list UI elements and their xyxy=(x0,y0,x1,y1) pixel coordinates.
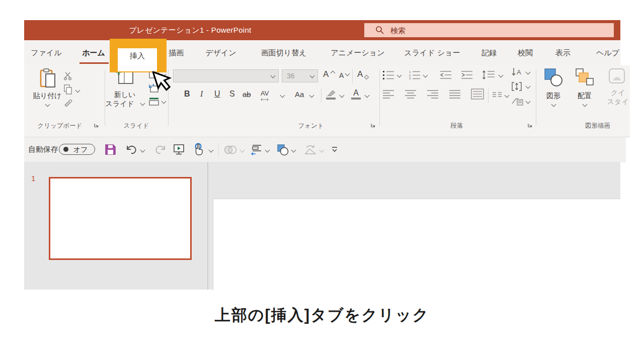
section-button[interactable] xyxy=(149,98,159,106)
slide-canvas[interactable] xyxy=(213,199,621,290)
character-spacing-button[interactable]: AV xyxy=(261,88,269,101)
font-dialog-launcher[interactable] xyxy=(370,123,375,128)
paste-chevron-icon[interactable] xyxy=(45,102,50,107)
shape-format-button[interactable] xyxy=(304,145,317,155)
align-text-button[interactable] xyxy=(511,81,522,92)
bullets-button[interactable] xyxy=(382,70,394,79)
grow-font-button[interactable]: A xyxy=(323,69,329,79)
columns-button[interactable] xyxy=(492,92,502,98)
section-chevron-icon[interactable] xyxy=(162,99,167,104)
font-color-button[interactable]: A xyxy=(351,88,361,98)
new-slide-chevron-icon[interactable] xyxy=(140,101,145,106)
autosave-toggle[interactable]: オフ xyxy=(59,144,95,155)
tab-insert[interactable]: 挿入 xyxy=(130,43,145,68)
bullets-chevron-icon[interactable] xyxy=(397,73,402,78)
clear-formatting-button[interactable]: A xyxy=(357,69,363,79)
copy-chevron-icon[interactable] xyxy=(75,88,80,93)
paste-label: 貼り付け xyxy=(28,92,66,101)
quick-styles-icon xyxy=(608,67,627,86)
quick-styles-button[interactable] xyxy=(608,67,627,86)
slide-thumbnail[interactable] xyxy=(49,177,192,260)
line-spacing-button[interactable] xyxy=(482,70,495,79)
save-button[interactable] xyxy=(105,144,116,155)
decrease-indent-button[interactable] xyxy=(440,70,452,79)
undo-button[interactable] xyxy=(126,144,138,155)
font-name-combo[interactable] xyxy=(173,69,279,82)
cut-button[interactable] xyxy=(63,71,72,80)
title-bar: プレゼンテーション1 - PowerPoint 検索 xyxy=(24,20,620,40)
panel-splitter[interactable] xyxy=(207,162,208,290)
columns-chevron-icon[interactable] xyxy=(505,93,510,98)
align-center-button[interactable] xyxy=(405,89,417,99)
justify-button[interactable] xyxy=(449,89,461,99)
search-box[interactable]: 検索 xyxy=(364,23,614,37)
align-left-button[interactable] xyxy=(382,89,394,99)
tab-animations[interactable]: アニメーション xyxy=(331,40,384,65)
shape-format-chevron-icon[interactable] xyxy=(319,148,325,153)
strikethrough-button[interactable]: ab xyxy=(243,90,251,99)
touch-mouse-mode-button[interactable] xyxy=(193,143,205,156)
start-slideshow-button[interactable] xyxy=(173,144,185,155)
case-chevron-icon[interactable] xyxy=(309,93,314,98)
paragraph-dialog-launcher[interactable] xyxy=(527,123,532,128)
paste-button[interactable] xyxy=(39,68,56,88)
convert-smartart-button[interactable] xyxy=(511,97,523,106)
ribbon: 貼り付け クリップボード xyxy=(24,65,630,137)
combine-shapes-button[interactable] xyxy=(277,144,289,156)
tab-view[interactable]: 表示 xyxy=(555,40,571,65)
overflow-icon xyxy=(331,146,338,153)
shapes-chevron-icon[interactable] xyxy=(551,102,556,107)
font-color-chevron-icon[interactable] xyxy=(365,93,370,98)
tab-transitions[interactable]: 画面切り替え xyxy=(261,40,307,65)
undo-chevron-icon[interactable] xyxy=(140,148,145,153)
text-direction-button[interactable]: A xyxy=(511,67,522,77)
align-objects-chevron-icon[interactable] xyxy=(265,148,270,153)
tab-slideshow[interactable]: スライド ショー xyxy=(404,40,460,65)
tab-help[interactable]: ヘルプ xyxy=(596,40,619,65)
align-right-button[interactable] xyxy=(427,89,439,99)
clipboard-dialog-launcher[interactable] xyxy=(94,123,99,128)
arrange-chevron-icon[interactable] xyxy=(583,102,588,107)
tab-draw[interactable]: 描画 xyxy=(169,40,184,65)
bold-button[interactable]: B xyxy=(184,89,190,99)
highlight-color-bar xyxy=(326,98,336,100)
text-shadow-button[interactable]: S xyxy=(229,89,235,99)
merge-shapes-chevron-icon[interactable] xyxy=(240,148,245,153)
spacing-chevron-icon[interactable] xyxy=(280,93,285,98)
grow-font-caret-icon xyxy=(331,71,336,76)
line-spacing-chevron-icon[interactable] xyxy=(499,73,504,78)
highlighter-icon xyxy=(326,89,336,97)
tab-design[interactable]: デザイン xyxy=(205,40,236,65)
shear-shape-icon xyxy=(304,145,317,155)
italic-button[interactable]: I xyxy=(200,89,203,99)
font-size-combo[interactable]: 36 xyxy=(282,69,318,82)
numbering-chevron-icon[interactable] xyxy=(423,73,428,78)
shrink-font-button[interactable]: A xyxy=(339,71,344,80)
copy-button[interactable] xyxy=(63,84,72,95)
format-painter-button[interactable] xyxy=(63,99,73,108)
touch-mode-chevron-icon[interactable] xyxy=(209,148,214,153)
increase-indent-button[interactable] xyxy=(461,70,473,79)
qat-overflow-button[interactable] xyxy=(331,146,338,153)
smartart-chevron-icon[interactable] xyxy=(526,99,531,104)
merge-shapes-button[interactable] xyxy=(223,145,237,154)
arrange-button[interactable] xyxy=(575,67,595,87)
distribute-button[interactable] xyxy=(471,88,484,100)
numbering-button[interactable]: 123 xyxy=(409,70,421,79)
underline-button[interactable]: U xyxy=(214,89,220,99)
shapes-button[interactable] xyxy=(543,67,564,87)
combine-shapes-chevron-icon[interactable] xyxy=(291,148,296,153)
tab-review[interactable]: 校閲 xyxy=(518,40,533,65)
redo-button[interactable] xyxy=(154,144,166,155)
align-objects-button[interactable] xyxy=(251,144,263,156)
drawing-group-label: 図形描画 xyxy=(568,122,628,130)
text-direction-chevron-icon[interactable] xyxy=(526,70,531,75)
highlight-button[interactable] xyxy=(326,89,336,97)
change-case-button[interactable]: Aa xyxy=(295,90,304,99)
tab-record[interactable]: 記録 xyxy=(481,40,497,65)
undo-icon xyxy=(126,144,138,155)
tab-home[interactable]: ホーム xyxy=(82,40,105,65)
align-text-chevron-icon[interactable] xyxy=(526,84,531,89)
highlight-chevron-icon[interactable] xyxy=(340,93,345,98)
tab-file[interactable]: ファイル xyxy=(31,40,61,65)
